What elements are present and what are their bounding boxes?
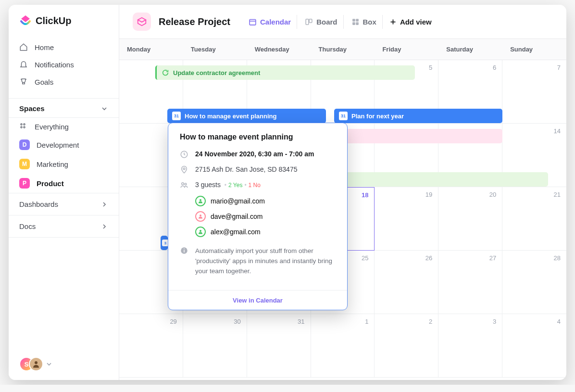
calendar-cell[interactable]: 27 xyxy=(438,251,502,314)
svg-point-3 xyxy=(24,126,25,128)
popup-guests-count: 3 guests xyxy=(195,181,221,189)
svg-rect-11 xyxy=(352,22,355,25)
day-number: 25 xyxy=(362,254,368,262)
space-everything[interactable]: Everything xyxy=(9,118,119,135)
svg-point-2 xyxy=(21,126,22,128)
calendar-cell[interactable]: 30 xyxy=(183,314,247,378)
svg-rect-8 xyxy=(309,19,312,22)
view-tab-label: Box xyxy=(363,18,376,26)
add-view-label: Add view xyxy=(400,18,432,26)
sidebar-docs[interactable]: Docs xyxy=(9,215,119,238)
view-tab-label: Board xyxy=(316,18,337,26)
svg-rect-23 xyxy=(184,250,185,253)
space-product-label: Product xyxy=(37,179,64,188)
svg-point-17 xyxy=(182,183,184,185)
calendar-cell[interactable]: 3 xyxy=(438,314,502,378)
nav-home[interactable]: Home xyxy=(9,38,119,56)
event-pink[interactable] xyxy=(334,129,502,143)
day-number: 26 xyxy=(425,254,432,262)
calendar-cell[interactable]: 4 xyxy=(502,314,566,378)
calendar-cell[interactable]: 29 xyxy=(119,314,183,378)
day-head: Saturday xyxy=(438,39,502,60)
add-view-button[interactable]: Add view xyxy=(389,18,432,26)
clock-icon xyxy=(180,150,188,159)
calendar-cell[interactable]: 19 xyxy=(375,187,438,251)
day-number: 27 xyxy=(489,254,496,262)
nav-notifications[interactable]: Notifications xyxy=(9,56,119,73)
calendar-cell[interactable]: 28 xyxy=(502,251,566,314)
svg-rect-24 xyxy=(184,249,185,250)
space-product[interactable]: P Product xyxy=(9,174,119,193)
calendar-cell[interactable]: 20 xyxy=(438,187,502,251)
day-number: 6 xyxy=(493,64,496,71)
popup-datetime: 24 November 2020, 6:30 am - 7:00 am xyxy=(195,150,314,159)
sidebar-dashboards[interactable]: Dashboards xyxy=(9,193,119,215)
user-avatars[interactable]: S xyxy=(9,348,119,380)
space-marketing-label: Marketing xyxy=(37,160,68,168)
view-tab-calendar[interactable]: Calendar xyxy=(243,15,297,29)
popup-description: Automatically import your stuff from oth… xyxy=(195,246,336,277)
svg-point-19 xyxy=(200,199,201,201)
day-head: Friday xyxy=(375,39,438,60)
view-tab-label: Calendar xyxy=(260,18,291,26)
event-manage-planning[interactable]: 31 How to manage event planning xyxy=(167,109,326,123)
event-blue-peek[interactable]: 3 xyxy=(161,236,168,250)
space-development[interactable]: D Development xyxy=(9,135,119,154)
location-icon xyxy=(180,165,188,174)
guest-row: alex@gmail.com xyxy=(180,224,336,240)
day-head: Sunday xyxy=(502,39,566,60)
svg-point-21 xyxy=(200,230,201,232)
view-tab-board[interactable]: Board xyxy=(299,15,343,29)
day-number: 18 xyxy=(362,191,368,199)
view-tab-box[interactable]: Box xyxy=(346,15,383,29)
trophy-icon xyxy=(19,77,28,86)
event-update-agreement[interactable]: Update contractor agreement xyxy=(155,65,415,80)
topbar: Release Project Calendar Board Box Add v… xyxy=(119,5,566,38)
calendar-cell[interactable]: 31 xyxy=(247,314,311,378)
space-badge: M xyxy=(19,159,30,169)
guest-email: alex@gmail.com xyxy=(211,228,261,236)
space-marketing[interactable]: M Marketing xyxy=(9,154,119,174)
calendar-cell[interactable]: 2 xyxy=(375,314,438,378)
calendar-cell[interactable]: 21 xyxy=(502,187,566,251)
event-label: Update contractor agreement xyxy=(173,69,260,76)
day-number: 3 xyxy=(493,318,496,325)
bell-icon xyxy=(19,60,28,69)
nav-goals[interactable]: Goals xyxy=(9,73,119,90)
guest-email: mario@gmail.com xyxy=(211,197,265,205)
project-title: Release Project xyxy=(159,16,230,27)
recurring-icon xyxy=(162,69,169,76)
day-number: 30 xyxy=(234,318,240,325)
event-plan-next-year[interactable]: 31 Plan for next year xyxy=(334,109,502,123)
nav-goals-label: Goals xyxy=(35,78,53,86)
day-number: 5 xyxy=(429,64,432,71)
box-icon xyxy=(351,18,360,26)
chevron-right-icon xyxy=(100,201,108,208)
day-number: 21 xyxy=(554,191,561,198)
calendar-cell[interactable]: 7 xyxy=(502,60,566,124)
svg-rect-9 xyxy=(352,19,355,22)
avatar xyxy=(29,357,43,371)
app-window: ClickUp Home Notifications Goals Spaces … xyxy=(9,5,566,380)
popup-view-in-calendar-link[interactable]: View in Calendar xyxy=(233,297,283,304)
calendar-cell[interactable]: 1 xyxy=(311,314,375,378)
gcal-icon: 31 xyxy=(339,112,348,120)
guest-avatar-icon xyxy=(195,196,206,206)
brand-logo[interactable]: ClickUp xyxy=(9,5,119,38)
event-popup: How to manage event planning 24 November… xyxy=(168,123,348,310)
gcal-icon: 31 xyxy=(172,112,181,120)
spaces-header[interactable]: Spaces xyxy=(9,98,119,118)
guests-icon xyxy=(180,181,188,190)
event-label: Plan for next year xyxy=(351,113,404,120)
svg-point-20 xyxy=(200,215,201,216)
calendar: Monday Tuesday Wednesday Thursday Friday… xyxy=(119,38,566,380)
chevron-down-icon xyxy=(45,360,53,368)
info-icon xyxy=(180,246,188,255)
day-number: 31 xyxy=(298,318,304,325)
svg-point-0 xyxy=(21,124,22,125)
nav-home-label: Home xyxy=(35,43,54,51)
event-softgreen[interactable] xyxy=(334,172,548,187)
event-label: How to manage event planning xyxy=(185,113,276,120)
guest-email: dave@gmail.com xyxy=(211,213,262,220)
calendar-cell[interactable]: 26 xyxy=(375,251,438,314)
